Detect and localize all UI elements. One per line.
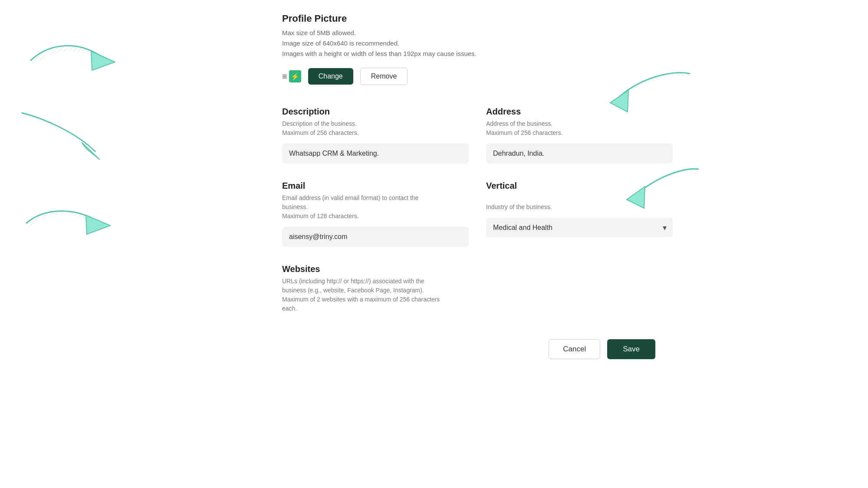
- email-hint-1: Email address (in valid email format) to…: [282, 194, 418, 201]
- profile-hint-2: Image size of 640x640 is recommended.: [282, 38, 673, 49]
- vertical-hint: Industry of the business.: [486, 193, 673, 212]
- email-input[interactable]: [282, 227, 469, 247]
- address-input[interactable]: [486, 144, 673, 164]
- bottom-actions: Cancel Save: [282, 339, 673, 359]
- cancel-button[interactable]: Cancel: [549, 339, 600, 359]
- email-vertical-row: Email Email address (in valid email form…: [282, 181, 673, 247]
- email-label: Email: [282, 181, 469, 191]
- address-hint: Address of the business. Maximum of 256 …: [486, 119, 673, 138]
- lightning-icon: ⚡: [289, 70, 301, 82]
- profile-picture-section: Profile Picture Max size of 5MB allowed.…: [282, 13, 673, 85]
- arrow-decoration-1: [26, 35, 122, 88]
- arrow-decoration-5: [22, 200, 117, 249]
- websites-label: Websites: [282, 264, 673, 274]
- address-label: Address: [486, 107, 673, 117]
- description-hint-1: Description of the business.: [282, 120, 357, 127]
- vertical-group: Vertical Industry of the business. Medic…: [486, 181, 673, 247]
- change-button[interactable]: Change: [308, 68, 353, 85]
- profile-icon-group: ≡ ⚡: [282, 70, 301, 82]
- vertical-hint-text: Industry of the business.: [486, 203, 552, 210]
- profile-picture-title: Profile Picture: [282, 13, 673, 24]
- websites-hint-3: Maximum of 2 websites with a maximum of …: [282, 296, 440, 303]
- websites-hint-2: business (e.g., website, Facebook Page, …: [282, 287, 424, 294]
- description-input[interactable]: [282, 144, 469, 164]
- remove-button[interactable]: Remove: [360, 68, 408, 85]
- arrow-decoration-2: [13, 104, 113, 167]
- vertical-select-wrapper: Medical and Health Automotive Beauty, Sp…: [486, 218, 673, 237]
- profile-hint-1: Max size of 5MB allowed.: [282, 28, 673, 38]
- description-hint: Description of the business. Maximum of …: [282, 119, 469, 138]
- vertical-select[interactable]: Medical and Health Automotive Beauty, Sp…: [486, 218, 673, 237]
- description-label: Description: [282, 107, 469, 117]
- description-hint-2: Maximum of 256 characters.: [282, 129, 359, 136]
- websites-hint: URLs (including http:// or https://) ass…: [282, 277, 673, 313]
- description-address-row: Description Description of the business.…: [282, 107, 673, 164]
- profile-actions: ≡ ⚡ Change Remove: [282, 68, 673, 85]
- address-hint-1: Address of the business.: [486, 120, 552, 127]
- save-button[interactable]: Save: [607, 339, 655, 359]
- websites-hint-1: URLs (including http:// or https://) ass…: [282, 278, 424, 285]
- websites-hint-4: each.: [282, 305, 297, 312]
- websites-section: Websites URLs (including http:// or http…: [282, 264, 673, 313]
- email-hint-2: business.: [282, 203, 308, 210]
- description-group: Description Description of the business.…: [282, 107, 469, 164]
- email-hint-3: Maximum of 128 characters.: [282, 213, 359, 219]
- list-icon: ≡: [282, 72, 287, 82]
- email-hint: Email address (in valid email format) to…: [282, 193, 469, 221]
- content-area: Profile Picture Max size of 5MB allowed.…: [195, 13, 673, 359]
- vertical-label: Vertical: [486, 181, 673, 191]
- profile-hint-3: Images with a height or width of less th…: [282, 49, 673, 59]
- page-container: Profile Picture Max size of 5MB allowed.…: [0, 0, 868, 488]
- email-group: Email Email address (in valid email form…: [282, 181, 469, 247]
- address-group: Address Address of the business. Maximum…: [486, 107, 673, 164]
- address-hint-2: Maximum of 256 characters.: [486, 129, 563, 136]
